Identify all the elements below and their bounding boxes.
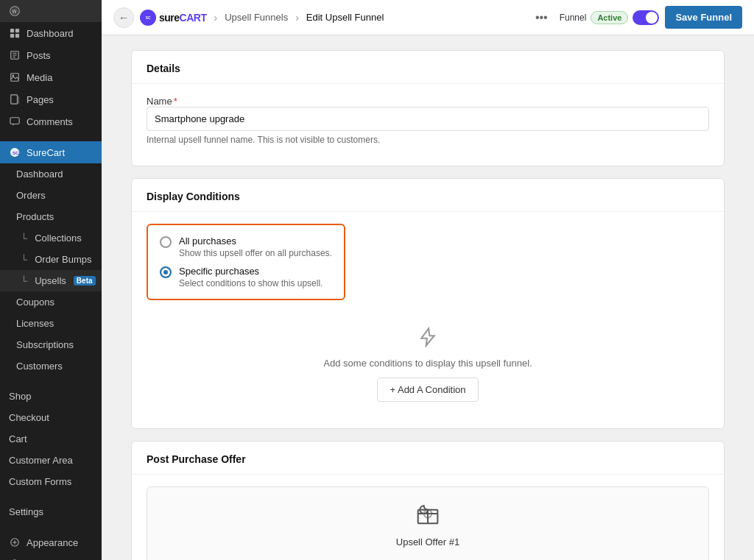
sidebar-item-label: Upsells [35,275,66,286]
sidebar-item-custom-forms[interactable]: Custom Forms [0,471,102,492]
svg-rect-13 [18,96,19,104]
svg-rect-12 [11,95,18,104]
radio-all-desc: Show this upsell offer on all purchases. [179,248,332,258]
sidebar-item-appearance[interactable]: Appearance [0,531,102,553]
sidebar-item-coupons[interactable]: Coupons [0,291,102,313]
more-options-button[interactable]: ••• [529,8,554,27]
sidebar-item-media[interactable]: Media [0,66,102,88]
sidebar-item-label: Customers [16,361,63,372]
pages-icon [9,93,21,105]
sidebar-item-comments[interactable]: Comments [0,110,102,132]
details-card-header: Details [132,51,724,84]
funnel-toggle[interactable] [633,10,659,25]
sidebar-item-label: Pages [27,94,54,105]
sidebar-item-checkout[interactable]: Checkout [0,407,102,428]
radio-specific-desc: Select conditions to show this upsell. [179,278,323,288]
comments-icon [9,116,21,127]
topbar: ← SC sureCART › Upsell Funnels › Edit Up… [102,0,754,35]
sidebar-item-orders[interactable]: Orders [0,185,102,206]
sidebar-item-label: Collections [35,233,82,244]
sidebar-item-pages[interactable]: Pages [0,88,102,110]
sidebar-item-label: Media [27,72,52,83]
conditions-options-box: All purchases Show this upsell offer on … [147,224,345,300]
display-conditions-card: Display Conditions All purchases Show th… [131,178,725,429]
breadcrumb-sep-2: › [295,12,299,24]
svg-rect-5 [15,34,19,38]
post-purchase-title: Post Purchase Offer [147,453,246,465]
svg-rect-3 [15,29,19,32]
sidebar-item-upsells[interactable]: └ Upsells Beta [0,270,102,291]
sidebar-item-collections[interactable]: └ Collections [0,227,102,249]
sidebar-item-label: Custom Forms [9,476,71,487]
page-content: Details Name* Internal upsell funnel nam… [102,35,754,560]
upsells-arrow: └ [21,275,27,286]
upsell-offer-box: Upsell Offer #1 [147,486,709,560]
required-asterisk: * [174,96,177,107]
sidebar-item-licenses[interactable]: Licenses [0,313,102,334]
sidebar-item-label: Cart [9,433,27,444]
offer-title: Upsell Offer #1 [162,536,694,547]
sidebar-item-posts[interactable]: Posts [0,44,102,66]
svg-text:SC: SC [146,16,151,20]
media-icon [9,71,21,83]
sidebar-item-label: Subscriptions [16,339,74,350]
sidebar-item-subscriptions[interactable]: Subscriptions [0,334,102,355]
breadcrumb-upsell-funnels[interactable]: Upsell Funnels [225,12,288,23]
funnel-status: Funnel Active [560,10,660,25]
breadcrumb-edit-funnel: Edit Upsell Funnel [306,12,384,23]
sidebar-item-label: Coupons [16,297,54,308]
radio-specific-circle [160,266,172,278]
save-funnel-button[interactable]: Save Funnel [665,6,742,29]
sidebar-item-label: SureCart [27,147,65,158]
add-condition-button[interactable]: + Add A Condition [377,378,478,402]
sidebar-item-customers[interactable]: Customers [0,355,102,377]
svg-rect-4 [10,34,14,38]
svg-rect-10 [11,74,19,82]
name-input[interactable] [147,107,709,131]
sidebar-item-label: Licenses [16,318,54,329]
sidebar-item-order-bumps[interactable]: └ Order Bumps [0,249,102,270]
svg-rect-2 [10,29,14,32]
svg-text:SC: SC [13,150,19,155]
sidebar-item-label: Dashboard [16,169,63,180]
sidebar-item-label: Posts [27,50,51,61]
post-purchase-header: Post Purchase Offer [132,442,724,475]
beta-badge: Beta [74,276,96,286]
radio-specific-text: Specific purchases Select conditions to … [179,266,323,288]
sidebar-item-settings[interactable]: Settings [0,501,102,522]
back-icon: ← [119,12,129,24]
back-button[interactable]: ← [113,7,134,28]
sidebar-item-label: Settings [9,506,43,517]
radio-specific-label: Specific purchases [179,266,323,277]
collection-arrow: └ [21,233,27,244]
sidebar-item-dashboard[interactable]: Dashboard [0,22,102,44]
sidebar-item-label: Order Bumps [35,254,91,265]
name-hint: Internal upsell funnel name. This is not… [147,135,709,145]
sidebar-item-shop[interactable]: Shop [0,386,102,407]
order-bumps-arrow: └ [21,254,27,265]
active-badge: Active [591,11,628,24]
sidebar-item-cart[interactable]: Cart [0,428,102,450]
name-field-group: Name* Internal upsell funnel name. This … [147,96,709,145]
sidebar-item-label: Orders [16,190,46,201]
funnel-label: Funnel [560,13,587,23]
conditions-empty-state: Add some conditions to display this upse… [147,312,709,417]
radio-all-purchases[interactable]: All purchases Show this upsell offer on … [160,235,332,258]
radio-specific-purchases[interactable]: Specific purchases Select conditions to … [160,266,332,288]
sidebar-item-sc-dashboard[interactable]: Dashboard [0,163,102,185]
svg-point-11 [13,75,15,77]
posts-icon [9,49,21,61]
sidebar-item-label: Shop [9,391,31,402]
sidebar: W Dashboard Posts Media Pages Comments [0,0,102,560]
logo-text: sureCART [159,12,206,24]
sidebar-item-surecart[interactable]: SC SureCart [0,141,102,163]
sidebar-item-products[interactable]: Products [0,206,102,227]
wp-logo[interactable]: W [0,0,102,22]
sidebar-item-label: Comments [27,116,73,127]
sidebar-item-label: Dashboard [27,28,74,39]
sidebar-item-plugins[interactable]: Plugins 1 [0,553,102,560]
sidebar-item-customer-area[interactable]: Customer Area [0,450,102,471]
sidebar-item-label: Customer Area [9,455,73,466]
radio-all-circle [160,236,172,248]
gift-icon [162,502,694,531]
